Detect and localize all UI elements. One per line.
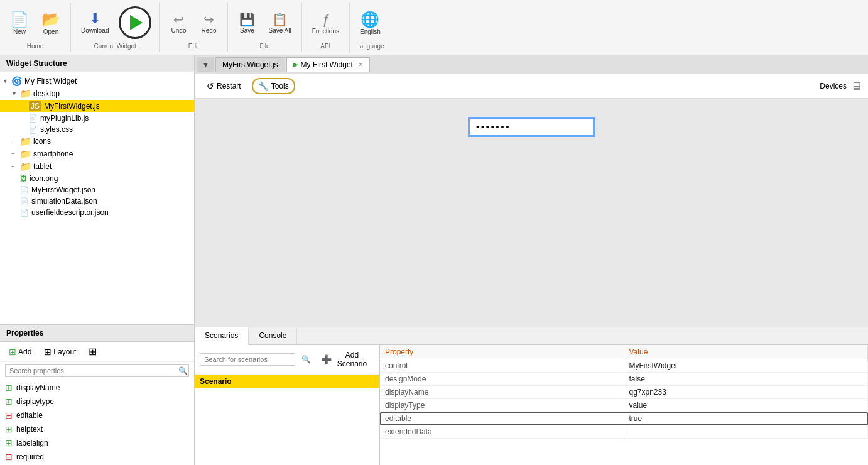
canvas-area	[195, 99, 868, 155]
more-options-button[interactable]: ⊞	[85, 344, 100, 359]
tab-myfirstwidget-label: My First Widget	[301, 60, 353, 69]
scenario-search-button[interactable]: 🔍	[298, 354, 315, 365]
prop-row-displayname[interactable]: displayName qg7xpn233	[380, 386, 868, 399]
prop-displaytype-icon: ⊞	[5, 397, 13, 407]
prop-row-control[interactable]: control MyFirstWidget	[380, 359, 868, 373]
bottom-panel: Scenarios Console 🔍 ➕ Add Scenario Scena…	[195, 327, 868, 465]
download-button[interactable]: ⬇ Download	[76, 9, 114, 36]
prop-row-editable[interactable]: editable true	[380, 412, 868, 425]
tree-item-mypluginlib-js[interactable]: 📄 myPluginLib.js	[0, 112, 194, 124]
new-button[interactable]: 📄 New	[5, 9, 34, 38]
tab-scenarios[interactable]: Scenarios	[195, 327, 249, 345]
prop-row-designmode[interactable]: designMode false	[380, 373, 868, 386]
open-button[interactable]: 📂 Open	[36, 9, 65, 38]
file-mypluginlib-icon: 📄	[29, 114, 38, 123]
prop-item-editable[interactable]: ⊟ editable	[0, 408, 194, 422]
expand-icon-tablet: +	[11, 163, 20, 170]
prop-value-designmode: false	[624, 373, 869, 385]
restart-label: Restart	[217, 82, 241, 90]
scenario-column-header: Scenario	[195, 375, 379, 388]
english-button[interactable]: 🌐 English	[355, 9, 386, 38]
tree-item-userfielddescriptor-json[interactable]: 📄 userfielddescriptor.json	[0, 207, 194, 218]
tab-myfirstwidget[interactable]: ▶ My First Widget ✕	[286, 57, 370, 72]
expand-icon-icons: +	[11, 138, 20, 145]
new-label: New	[13, 28, 26, 35]
undo-label: Undo	[171, 27, 187, 34]
layout-button[interactable]: ⊞ Layout	[40, 346, 80, 358]
prop-helptext-icon: ⊞	[5, 424, 13, 434]
folder-desktop-icon: 📁	[20, 89, 31, 99]
layout-label: Layout	[53, 347, 76, 356]
properties-search-button[interactable]: 🔍	[178, 366, 188, 375]
tab-console[interactable]: Console	[249, 327, 297, 344]
password-input-preview[interactable]	[469, 118, 594, 136]
new-icon: 📄	[10, 12, 29, 27]
scenario-search: 🔍 ➕ Add Scenario	[195, 345, 379, 375]
edit-group-label: Edit	[188, 43, 199, 50]
prop-labelalign-icon: ⊞	[5, 438, 13, 448]
prop-row-displaytype[interactable]: displayType value	[380, 399, 868, 412]
prop-editable-icon: ⊟	[5, 410, 13, 420]
save-button[interactable]: 💾 Save	[233, 11, 261, 36]
save-label: Save	[240, 27, 254, 34]
current-widget-group-label: Current Widget	[94, 43, 136, 50]
file-myfirstwidget-json-icon: 📄	[20, 186, 29, 194]
prop-name-control: control	[380, 359, 624, 372]
tab-dropdown-button[interactable]: ▼	[197, 57, 214, 72]
properties-search-input[interactable]	[5, 364, 189, 377]
redo-label: Redo	[202, 27, 217, 34]
prop-item-required[interactable]: ⊟ required	[0, 450, 194, 464]
folder-smartphone-icon: 📁	[20, 149, 31, 159]
tree-item-icons[interactable]: + 📁 icons	[0, 135, 194, 148]
restart-button[interactable]: ↺ Restart	[201, 79, 247, 94]
folder-icons-icon: 📁	[20, 136, 31, 146]
file-userfielddescriptor-json-icon: 📄	[20, 209, 29, 217]
prop-row-extendeddata[interactable]: extendedData	[380, 425, 868, 439]
tree-item-root[interactable]: ▼ 🌀 My First Widget	[0, 75, 194, 87]
mypluginlib-label: myPluginLib.js	[40, 114, 89, 123]
tree-item-desktop[interactable]: ▼ 📁 desktop	[0, 87, 194, 100]
tools-label: Tools	[271, 82, 289, 90]
expand-icon-smartphone: +	[11, 151, 20, 157]
properties-header: Properties	[0, 325, 194, 342]
file-icon-png-icon: 🖼	[20, 175, 27, 182]
prop-item-displaytype[interactable]: ⊞ displaytype	[0, 395, 194, 408]
tree-view[interactable]: ▼ 🌀 My First Widget ▼ 📁 desktop JS MyFir…	[0, 72, 194, 324]
download-icon: ⬇	[89, 12, 100, 26]
tablet-label: tablet	[33, 162, 52, 171]
run-button[interactable]	[119, 6, 151, 39]
prop-item-displayname[interactable]: ⊞ displayName	[0, 381, 194, 395]
undo-button[interactable]: ↩ Undo	[165, 11, 192, 36]
prop-value-control: MyFirstWidget	[624, 359, 869, 372]
styles-css-label: styles.css	[40, 125, 73, 134]
tab-myfirstwidget-js[interactable]: MyFirstWidget.js	[215, 57, 285, 72]
add-property-button[interactable]: ⊞ Add	[5, 346, 35, 358]
toolbar-group-file: 💾 Save 📋 Save All File	[228, 3, 301, 52]
toolbar-buttons-language: 🌐 English	[355, 5, 386, 41]
bottom-tabs: Scenarios Console	[195, 327, 868, 345]
functions-label: Functions	[312, 28, 339, 35]
toolbar-buttons-file: 💾 Save 📋 Save All	[233, 5, 296, 41]
tree-item-simulationdata-json[interactable]: 📄 simulationData.json	[0, 195, 194, 207]
tree-item-myfirstwidget-js[interactable]: JS MyFirstWidget.js	[0, 100, 194, 112]
devices-icon: 🖥	[850, 80, 862, 93]
tree-item-smartphone[interactable]: + 📁 smartphone	[0, 148, 194, 160]
download-label: Download	[81, 27, 109, 34]
toolbar-buttons-edit: ↩ Undo ↪ Redo	[165, 5, 222, 41]
tree-item-tablet[interactable]: + 📁 tablet	[0, 160, 194, 173]
tree-item-myfirstwidget-json[interactable]: 📄 MyFirstWidget.json	[0, 184, 194, 195]
save-all-button[interactable]: 📋 Save All	[263, 11, 296, 36]
tree-item-icon-png[interactable]: 🖼 icon.png	[0, 173, 194, 184]
functions-button[interactable]: ƒ Functions	[307, 10, 344, 37]
prop-item-labelalign[interactable]: ⊞ labelalign	[0, 436, 194, 450]
scenario-search-input[interactable]	[200, 353, 295, 366]
toolbar-group-language: 🌐 English Language	[350, 3, 391, 52]
expand-icon-desktop: ▼	[11, 90, 20, 97]
tools-button[interactable]: 🔧 Tools	[252, 78, 295, 94]
tab-close-button[interactable]: ✕	[358, 61, 363, 68]
prop-item-helptext[interactable]: ⊞ helptext	[0, 422, 194, 436]
redo-button[interactable]: ↪ Redo	[195, 11, 222, 36]
tree-item-styles-css[interactable]: 📄 styles.css	[0, 124, 194, 135]
prop-name-extendeddata: extendedData	[380, 425, 624, 438]
add-scenario-button[interactable]: ➕ Add Scenario	[317, 349, 374, 370]
